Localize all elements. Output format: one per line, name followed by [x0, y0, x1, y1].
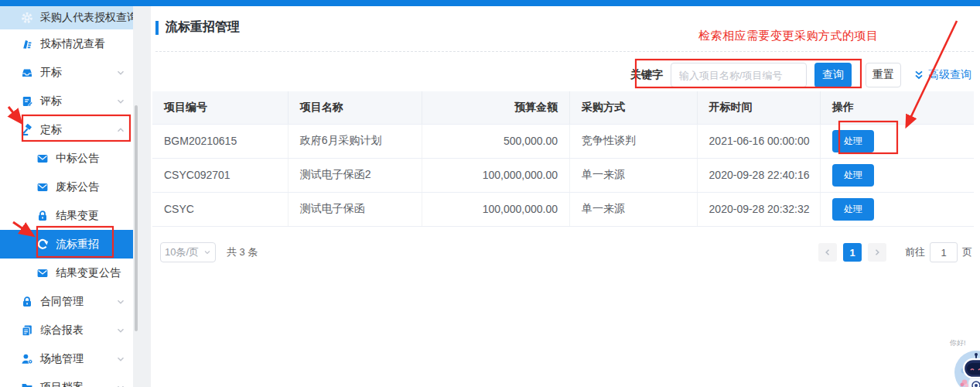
- advanced-search-link[interactable]: 高级查询: [913, 68, 971, 82]
- sidebar-item-label: 项目档案: [40, 381, 84, 387]
- handle-button[interactable]: 处理: [832, 198, 874, 221]
- sidebar-item-bid-evaluation[interactable]: 评标: [0, 87, 133, 115]
- handle-button[interactable]: 处理: [832, 164, 874, 187]
- cell-budget: 100,000,000.00: [422, 158, 569, 192]
- review-doc-icon: [21, 95, 33, 108]
- chevron-left-icon: [824, 248, 831, 256]
- goto-page-input[interactable]: [930, 242, 958, 262]
- cell-open-time: 2021-06-16 00:00:00: [697, 124, 820, 158]
- sidebar-item-project-archive[interactable]: 项目档案: [0, 373, 133, 387]
- sidebar-item-bid-status[interactable]: 投标情况查看: [0, 29, 133, 58]
- search-button[interactable]: 查询: [814, 63, 852, 87]
- sidebar-item-bid-opening[interactable]: 开标: [0, 58, 133, 87]
- cell-budget: 100,000,000.00: [422, 192, 569, 226]
- mail-icon: [36, 152, 49, 165]
- chevron-down-icon: [203, 248, 211, 256]
- col-header-open-time: 开标时间: [697, 91, 820, 124]
- page-title: 流标重招管理: [166, 19, 240, 36]
- sidebar-item-label: 评标: [40, 94, 62, 108]
- gavel-icon: [21, 124, 33, 136]
- sidebar-item-contract-mgmt[interactable]: 合同管理: [0, 287, 133, 316]
- sidebar-item-label: 定标: [40, 123, 62, 137]
- table-row: BGM20210615 政府6月采购计划 500,000.00 竞争性谈判 20…: [152, 124, 974, 158]
- inbox-mail-icon: [21, 67, 33, 79]
- goto-suffix: 页: [962, 245, 972, 259]
- refresh-icon: [36, 238, 49, 251]
- cell-project-code: BGM20210615: [152, 124, 288, 158]
- sidebar-item-win-notice[interactable]: 中标公告: [0, 144, 133, 173]
- total-count: 共 3 条: [227, 245, 258, 259]
- chevron-down-icon: [116, 326, 125, 335]
- sidebar-item-label: 投标情况查看: [40, 37, 105, 51]
- keyword-input[interactable]: [671, 63, 807, 87]
- sidebar-item-label: 综合报表: [40, 324, 84, 337]
- current-page-button[interactable]: 1: [843, 243, 862, 262]
- sidebar-item-label: 结果变更公告: [56, 266, 121, 280]
- assistant-widget[interactable]: 你好!: [945, 338, 980, 348]
- sidebar-item-label: 流标重招: [56, 238, 99, 252]
- chevron-down-icon: [116, 97, 125, 106]
- copy-icon: [21, 324, 33, 337]
- table-header-row: 项目编号 项目名称 预算金额 采购方式 开标时间 操作: [152, 91, 974, 124]
- sidebar-item-label: 采购人代表授权查询: [40, 11, 133, 25]
- sidebar-item-bid-award[interactable]: 定标: [0, 115, 133, 144]
- chevron-down-icon: [116, 383, 125, 387]
- cell-project-name: 测试电子保函: [288, 192, 422, 226]
- page-size-select[interactable]: 10条/页: [160, 242, 216, 262]
- annotation-note: 检索相应需要变更采购方式的项目: [698, 29, 879, 43]
- lock-icon: [21, 296, 33, 308]
- double-chevron-down-icon: [913, 70, 924, 80]
- sidebar-item-result-change-notice[interactable]: 结果变更公告: [0, 259, 133, 287]
- sidebar-nav: 采购人代表授权查询 投标情况查看 开标 评标 定标 中标公告 废标公告 结果变更…: [0, 6, 133, 387]
- mail-icon: [36, 267, 49, 279]
- chevron-right-icon: [873, 248, 881, 256]
- col-header-method: 采购方式: [569, 91, 697, 124]
- page-size-value: 10条/页: [165, 245, 199, 259]
- search-toolbar: 关键字 查询 重置 高级查询: [623, 61, 971, 89]
- sidebar-item-cancel-notice[interactable]: 废标公告: [0, 173, 133, 201]
- cell-project-name: 政府6月采购计划: [288, 124, 422, 158]
- chevron-up-icon: [116, 125, 125, 135]
- advanced-search-label: 高级查询: [928, 68, 971, 82]
- gear-icon: [21, 12, 33, 24]
- assistant-greeting: 你好!: [950, 338, 980, 348]
- sidebar-item-authorization-query[interactable]: 采购人代表授权查询: [0, 6, 133, 29]
- col-header-project-code: 项目编号: [152, 91, 288, 124]
- sidebar-item-label: 场地管理: [40, 352, 84, 366]
- sidebar-item-label: 结果变更: [56, 209, 99, 223]
- sidebar-item-label: 中标公告: [56, 152, 99, 166]
- sidebar-item-reports[interactable]: 综合报表: [0, 316, 133, 344]
- mail-icon: [36, 181, 49, 194]
- cell-budget: 500,000.00: [422, 124, 569, 158]
- folder-icon: [21, 382, 33, 387]
- sidebar-item-result-change[interactable]: 结果变更: [0, 201, 133, 230]
- next-page-button[interactable]: [868, 243, 886, 262]
- cell-method: 竞争性谈判: [569, 124, 697, 158]
- top-accent-bar: [0, 0, 980, 6]
- projects-table: 项目编号 项目名称 预算金额 采购方式 开标时间 操作 BGM20210615 …: [152, 91, 974, 227]
- report-pen-icon: [21, 38, 33, 50]
- sidebar-item-label: 开标: [40, 66, 62, 80]
- col-header-budget: 预算金额: [422, 91, 569, 124]
- handle-button[interactable]: 处理: [832, 130, 874, 152]
- robot-avatar-icon[interactable]: [954, 350, 980, 387]
- cell-project-code: CSYC092701: [152, 158, 288, 192]
- prev-page-button[interactable]: [818, 243, 837, 262]
- lock-icon: [36, 210, 49, 222]
- title-accent-bar: [155, 21, 159, 35]
- cell-project-name: 测试电子保函2: [288, 158, 422, 192]
- keyword-label: 关键字: [630, 68, 663, 82]
- reset-button[interactable]: 重置: [866, 63, 901, 87]
- col-header-project-name: 项目名称: [288, 91, 422, 124]
- dashed-divider: [155, 51, 974, 52]
- sidebar-item-failed-bid-rebid[interactable]: 流标重招: [0, 230, 133, 259]
- pagination: 10条/页 共 3 条 1 前往 页: [160, 242, 972, 262]
- cell-open-time: 2020-09-28 22:40:16: [697, 158, 820, 192]
- cell-method: 单一来源: [569, 192, 697, 226]
- sidebar-item-venue-mgmt[interactable]: 场地管理: [0, 344, 133, 373]
- sidebar-scrollbar[interactable]: [135, 105, 138, 331]
- chevron-down-icon: [116, 297, 125, 307]
- col-header-actions: 操作: [820, 91, 974, 124]
- chevron-down-icon: [116, 354, 125, 364]
- search-group: 关键字 查询: [623, 61, 855, 89]
